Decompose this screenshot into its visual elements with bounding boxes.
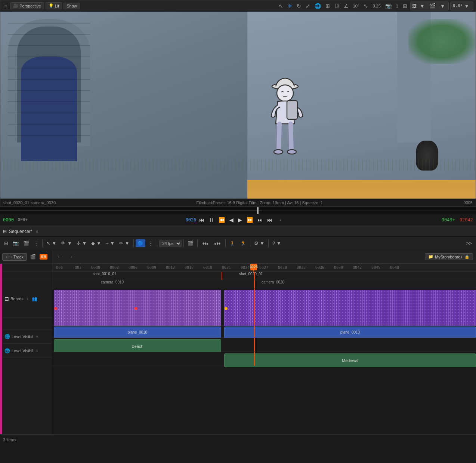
ruler-tick-0012: 0012 bbox=[166, 266, 175, 270]
prev-frame-btn[interactable]: ⏪ bbox=[217, 216, 226, 224]
boards-row bbox=[52, 288, 476, 326]
globe-btn[interactable]: 🌐 bbox=[313, 2, 322, 10]
toolbar-help-btn[interactable]: ? ▼ bbox=[271, 239, 283, 247]
timeline-scrubber[interactable] bbox=[0, 207, 476, 214]
step-fwd-btn[interactable]: ⏩ bbox=[245, 216, 254, 224]
medieval-block[interactable]: Medieval bbox=[224, 353, 476, 367]
toolbar-camera-btn[interactable]: 📷 bbox=[11, 239, 21, 247]
toolbar-curve-btn[interactable]: ~ ▼ bbox=[104, 239, 117, 247]
beach-block[interactable]: Beach bbox=[54, 339, 221, 353]
toolbar-dots2-btn[interactable]: ⋮ bbox=[146, 239, 155, 247]
go-end-btn[interactable]: ⏭ bbox=[266, 216, 274, 224]
nav-fwd-btn[interactable]: → bbox=[66, 253, 75, 261]
play-btn[interactable]: ▶ bbox=[237, 216, 244, 224]
add-track-label: + Track bbox=[10, 255, 23, 259]
toolbar-next-key-btn[interactable]: ⬥⏭ bbox=[212, 239, 223, 247]
plane-block-right[interactable]: plane_0010 bbox=[224, 326, 476, 338]
toolbar-collapse-btn[interactable]: >> bbox=[464, 239, 474, 247]
cinema-btn[interactable]: 🎬 bbox=[428, 2, 437, 10]
toolbar-eye-btn[interactable]: 👁 ▼ bbox=[59, 239, 74, 247]
extra-btn[interactable]: → bbox=[275, 216, 284, 224]
lit-btn[interactable]: 💡 Lit bbox=[46, 2, 62, 9]
ruler-tick-0003: 0003 bbox=[110, 266, 119, 270]
move-btn[interactable]: ✛ bbox=[286, 2, 294, 10]
boards-block-left[interactable] bbox=[54, 290, 221, 327]
toolbar-div4 bbox=[183, 240, 184, 247]
toolbar-transform-btn[interactable]: ✛ ▼ bbox=[75, 239, 89, 247]
rotate-btn[interactable]: ↻ bbox=[295, 2, 303, 10]
sequencer-header: ⊟ Sequencer* × bbox=[0, 226, 476, 237]
track-labels: + + Track 🎬 00 ⊟ bbox=[0, 250, 52, 434]
overlay-icon: 🖼 bbox=[412, 3, 417, 9]
track-options-btn[interactable]: 🎬 bbox=[28, 253, 37, 260]
toolbar-paint-btn[interactable]: ✏ ▼ bbox=[117, 239, 131, 247]
storyboard-selector[interactable]: 📁 MyStoryboard+ 🔒 bbox=[425, 253, 473, 260]
ruler-tick-0018: 0018 bbox=[203, 266, 212, 270]
track-labels-inner: ⊟ Boards + 👥 🌐 Level Visibil + bbox=[0, 264, 52, 434]
viewport-icon: 🎥 bbox=[13, 3, 18, 8]
rotation-dropdown[interactable]: ▼ bbox=[463, 2, 471, 10]
level2-add-btn[interactable]: + bbox=[35, 347, 39, 354]
frame-badge-text: 0026 bbox=[250, 265, 258, 269]
toolbar-grid-btn[interactable]: ⊟ bbox=[2, 239, 10, 247]
select-btn[interactable]: ↖ bbox=[277, 2, 285, 10]
boards-block-right[interactable] bbox=[224, 290, 476, 327]
toolbar-select-btn[interactable]: ↖ ▼ bbox=[44, 239, 58, 247]
step-back-btn[interactable]: ◀ bbox=[228, 216, 235, 224]
add-track-btn[interactable]: + + Track bbox=[2, 253, 27, 261]
toolbar-prev-key-btn[interactable]: ⏮⬥ bbox=[200, 239, 211, 247]
plane-block-left[interactable]: plane_0010 bbox=[54, 326, 221, 338]
scale-btn[interactable]: ⤢ bbox=[304, 2, 312, 10]
level2-label-row: 🌐 Level Visibil + bbox=[2, 344, 52, 358]
ruler-tick-0042: 0042 bbox=[353, 266, 362, 270]
track-area: + + Track 🎬 00 ⊟ bbox=[0, 250, 476, 434]
fps-selector[interactable]: 24 fps bbox=[159, 240, 182, 247]
boards-add-btn[interactable]: + bbox=[25, 295, 30, 302]
toolbar-snap-btn[interactable]: 🔵 bbox=[136, 239, 145, 247]
go-start-btn[interactable]: ⏮ bbox=[198, 216, 206, 224]
timeline-ruler[interactable]: -006 -003 0000 0003 0006 0009 0012 0015 … bbox=[52, 264, 476, 272]
lock-icon: 🔒 bbox=[464, 254, 470, 259]
toolbar-run-btn[interactable]: 🏃 bbox=[238, 239, 248, 247]
viewport-menu-btn[interactable]: ≡ bbox=[3, 2, 9, 10]
viewport-camera-info: FilmbackPreset: 16:9 Digital Film | Zoom… bbox=[197, 200, 323, 205]
overlay-btn[interactable]: ▼ bbox=[418, 2, 426, 10]
nav-back-btn[interactable]: ← bbox=[55, 253, 64, 261]
ruler-tick--003: -003 bbox=[72, 266, 81, 270]
keyframe-start-left bbox=[54, 307, 57, 310]
toolbar-dots-btn[interactable]: ⋮ bbox=[32, 239, 40, 247]
folder-icon: 📁 bbox=[428, 254, 433, 259]
viewport-image bbox=[0, 12, 476, 199]
scrubber-head[interactable] bbox=[257, 207, 259, 214]
toolbar-div3 bbox=[157, 240, 157, 247]
perspective-btn[interactable]: 🎥 Perspective bbox=[10, 2, 44, 9]
toolbar-render-btn[interactable]: 🎬 bbox=[186, 239, 195, 247]
rotation-value: 0.0° bbox=[453, 3, 463, 8]
timecode-duration: 02042 bbox=[460, 217, 473, 223]
toolbar-div2 bbox=[133, 240, 134, 247]
toolbar-div5 bbox=[197, 240, 198, 247]
toolbar-walk-btn[interactable]: 🚶 bbox=[228, 239, 237, 247]
playback-bar: 0000 -008+ 0026 ⏮ ⏸ ⏪ ◀ ▶ ⏩ ⏭ ⏭ → 0049+ … bbox=[0, 214, 476, 226]
grid-btn[interactable]: ⊞ bbox=[324, 2, 331, 10]
snap-btn[interactable]: ∠ bbox=[342, 2, 350, 10]
track-header-row: + + Track 🎬 00 bbox=[0, 250, 52, 264]
cinema-dropdown[interactable]: ▼ bbox=[439, 2, 447, 10]
playhead-boards bbox=[254, 288, 255, 325]
next-frame-btn[interactable]: ⏭ bbox=[256, 216, 264, 224]
level1-add-btn[interactable]: + bbox=[35, 333, 39, 340]
pause-btn[interactable]: ⏸ bbox=[207, 216, 216, 224]
toolbar-settings-btn[interactable]: ⚙ ▼ bbox=[252, 239, 266, 247]
boards-extra-btn[interactable]: 👥 bbox=[31, 296, 38, 302]
toolbar-key-btn[interactable]: ◆ ▼ bbox=[89, 239, 103, 247]
labels-content: ⊟ Boards + 👥 🌐 Level Visibil + bbox=[2, 264, 52, 434]
zoom-btn[interactable]: ⤡ bbox=[362, 2, 370, 10]
cam-btn[interactable]: 📷 bbox=[384, 2, 393, 10]
sequencer-close-btn[interactable]: × bbox=[35, 229, 38, 234]
timecode-end: 0049+ bbox=[442, 217, 455, 223]
show-btn[interactable]: Show bbox=[64, 3, 80, 9]
rotation-display: 0.0° ▼ bbox=[450, 1, 473, 10]
toolbar-film-btn[interactable]: 🎬 bbox=[21, 239, 31, 247]
view-options-btn[interactable]: ⊞ bbox=[401, 2, 409, 10]
ruler-tick--006: -006 bbox=[54, 266, 63, 270]
